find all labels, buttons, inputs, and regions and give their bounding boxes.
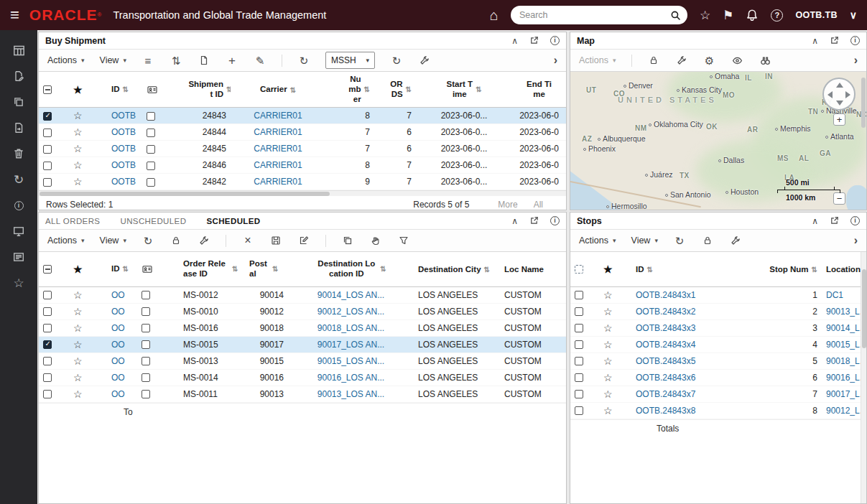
- col-header-postal[interactable]: Postal⇅: [245, 252, 288, 286]
- row-checkbox[interactable]: [43, 162, 52, 170]
- lock-icon[interactable]: [701, 234, 714, 247]
- add-icon[interactable]: +: [226, 54, 238, 67]
- scrollbar-thumb[interactable]: [862, 269, 866, 348]
- sort-icon[interactable]: ⇅: [123, 265, 129, 273]
- dest-location-link[interactable]: 90016_LOS AN...: [317, 373, 384, 383]
- info-icon[interactable]: i: [850, 216, 860, 225]
- col-header-id[interactable]: ID⇅: [107, 72, 142, 108]
- table-row[interactable]: ☆ OOTB.24843x4 4 90015_L...: [570, 336, 866, 353]
- toolbar-overflow-icon[interactable]: ›: [854, 54, 858, 67]
- sort-icon[interactable]: ⇅: [364, 85, 370, 93]
- flag-icon[interactable]: ⚑: [723, 9, 733, 22]
- tools-wrench-icon[interactable]: [418, 54, 431, 67]
- select-all-checkbox[interactable]: [575, 265, 583, 274]
- edit-document-icon[interactable]: [0, 63, 37, 89]
- all-button[interactable]: All: [534, 200, 543, 210]
- actions-menu[interactable]: Actions▾: [47, 55, 85, 65]
- sort-icon[interactable]: ⇅: [380, 265, 386, 273]
- table-row[interactable]: ☆ OOTB.24843x3 3 90014_L...: [570, 319, 866, 336]
- lock-icon[interactable]: [170, 234, 182, 247]
- horizontal-scrollbar[interactable]: [39, 190, 566, 196]
- stop-id-link[interactable]: OOTB.24843x3: [636, 323, 695, 333]
- shipment-id-link[interactable]: OOTB: [111, 111, 136, 121]
- favorite-star-icon[interactable]: ☆: [73, 159, 83, 171]
- tools-wrench-icon[interactable]: [729, 234, 742, 247]
- row-checkbox[interactable]: [575, 357, 583, 365]
- sort-icon[interactable]: ⇅: [123, 85, 129, 93]
- dest-location-link[interactable]: 90017_LOS AN...: [317, 340, 384, 350]
- order-id-link[interactable]: OO: [111, 373, 125, 383]
- favorite-star-icon[interactable]: ☆: [603, 339, 613, 350]
- table-row[interactable]: ☆ OOTB.24843x6 6 90016_L...: [570, 369, 866, 386]
- favorite-star-icon[interactable]: ☆: [603, 355, 613, 367]
- contact-checkbox[interactable]: [147, 162, 155, 170]
- stop-id-link[interactable]: OOTB.24843x1: [636, 290, 695, 300]
- orders-tab[interactable]: UNSCHEDULED: [120, 217, 186, 225]
- sort-icon[interactable]: ⇅: [476, 85, 481, 93]
- contact-checkbox[interactable]: [142, 373, 150, 382]
- edit-box-icon[interactable]: [297, 234, 310, 247]
- collapse-icon[interactable]: ∧: [812, 36, 818, 46]
- favorite-star-icon[interactable]: ☆: [73, 143, 83, 154]
- maximize-icon[interactable]: [529, 216, 539, 225]
- location-link[interactable]: DC1: [826, 290, 843, 300]
- col-header-location[interactable]: Location: [822, 252, 866, 286]
- shipment-id-link[interactable]: OOTB: [111, 144, 136, 154]
- row-checkbox[interactable]: [43, 357, 52, 365]
- favorite-star-icon[interactable]: ☆: [73, 322, 83, 334]
- map-canvas[interactable]: UT Denver CO Kansas City MO Omaha IL IN …: [570, 72, 866, 210]
- col-header-shipment-id[interactable]: Shipment ID⇅: [182, 72, 231, 108]
- dest-location-link[interactable]: 90015_LOS AN...: [317, 356, 384, 366]
- sort-lines-icon[interactable]: ≡: [142, 54, 154, 67]
- favorite-star-icon[interactable]: ☆: [73, 306, 83, 317]
- table-row[interactable]: ☆ OOTB 24845 CARRIER01 7 6 2023-06-0... …: [39, 141, 566, 157]
- col-header-dest-loc-id[interactable]: Destination Location ID⇅: [288, 252, 414, 286]
- pan-right-icon[interactable]: [845, 91, 850, 98]
- refresh-icon[interactable]: ↻: [0, 167, 37, 192]
- scrollbar-thumb[interactable]: [40, 192, 330, 196]
- requery-icon[interactable]: ↻: [390, 54, 403, 67]
- favorites-icon[interactable]: ☆: [0, 270, 37, 296]
- table-row[interactable]: ☆ OOTB 24842 CARRIER01 9 7 2023-06-0... …: [39, 174, 566, 190]
- carrier-link[interactable]: CARRIER01: [254, 111, 302, 121]
- help-icon[interactable]: ?: [771, 9, 783, 22]
- favorite-star-icon[interactable]: ☆: [73, 126, 83, 138]
- gear-icon[interactable]: ⚙: [703, 54, 716, 67]
- copy-icon[interactable]: [0, 89, 37, 115]
- favorite-star-icon[interactable]: ☆: [73, 355, 83, 367]
- carrier-link[interactable]: CARRIER01: [254, 127, 302, 137]
- row-checkbox[interactable]: [43, 340, 52, 349]
- save-icon[interactable]: [269, 234, 282, 247]
- row-checkbox[interactable]: [43, 291, 52, 299]
- stop-id-link[interactable]: OOTB.24843x4: [636, 340, 695, 350]
- favorite-star-icon[interactable]: ☆: [603, 322, 613, 334]
- dest-location-link[interactable]: 90014_LOS AN...: [317, 290, 384, 300]
- stop-id-link[interactable]: OOTB.24843x8: [636, 406, 695, 416]
- col-header-loc-name[interactable]: Loc Name: [500, 252, 566, 286]
- col-header-carrier[interactable]: Carrier⇅: [231, 72, 325, 108]
- orders-tab[interactable]: SCHEDULED: [206, 217, 260, 225]
- order-id-link[interactable]: OO: [111, 323, 125, 333]
- table-row[interactable]: ☆ OO MS-0010 90012 90012_LOS AN... LOS A…: [39, 303, 566, 319]
- notifications-bell-icon[interactable]: [746, 9, 759, 22]
- view-menu[interactable]: View▾: [100, 235, 126, 246]
- col-header-dest-city[interactable]: Destination City⇅: [414, 252, 500, 286]
- collapse-icon[interactable]: ∧: [511, 36, 518, 46]
- orders-tab[interactable]: ALL ORDERS: [45, 217, 100, 225]
- actions-menu[interactable]: Actions▾: [47, 235, 85, 246]
- info-icon[interactable]: i: [850, 36, 860, 45]
- table-row[interactable]: ☆ OO MS-0016 90018 90018_LOS AN... LOS A…: [39, 319, 566, 336]
- lock-icon[interactable]: [647, 54, 660, 67]
- favorite-star-icon[interactable]: ☆: [73, 176, 83, 187]
- contact-checkbox[interactable]: [147, 129, 155, 137]
- contact-checkbox[interactable]: [142, 390, 150, 398]
- favorite-star-icon[interactable]: ☆: [73, 110, 83, 121]
- row-checkbox[interactable]: [575, 373, 583, 382]
- collapse-icon[interactable]: ∧: [812, 216, 818, 226]
- row-checkbox[interactable]: [43, 145, 52, 154]
- vertical-scrollbar[interactable]: [861, 252, 866, 503]
- pan-down-icon[interactable]: [836, 101, 843, 106]
- select-all-checkbox[interactable]: [43, 85, 52, 94]
- sort-icon[interactable]: ⇅: [226, 85, 231, 93]
- pan-left-icon[interactable]: [827, 91, 833, 98]
